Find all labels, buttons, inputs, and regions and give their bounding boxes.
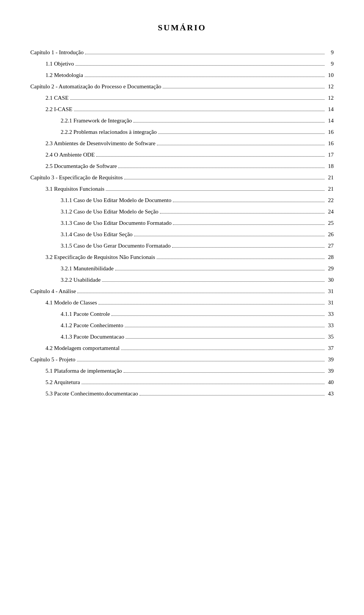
toc-page-number: 29 (326, 264, 334, 273)
toc-label: 4.2 Modelagem comportamental (46, 344, 119, 353)
toc-page-number: 9 (326, 48, 334, 57)
toc-page-number: 12 (326, 93, 334, 102)
toc-page-number: 31 (326, 298, 334, 307)
toc-entry: 2.2.1 Framework de Integração14 (30, 116, 334, 125)
toc-dots (106, 190, 325, 191)
toc-entry: 2.2.2 Problemas relacionados à integraçã… (30, 127, 334, 136)
toc-dots (158, 133, 325, 134)
toc-dots (82, 384, 325, 384)
toc-page-number: 16 (326, 139, 334, 148)
toc-label: 1.1 Objetivo (46, 59, 74, 68)
toc-dots (125, 327, 325, 327)
toc-label: 3.2.1 Manutenibilidade (61, 264, 114, 273)
toc-entry: 3.2.1 Manutenibilidade29 (30, 264, 334, 273)
toc-container: Capítulo 1 - Introdução91.1 Objetivo91.2… (30, 48, 334, 398)
toc-page-number: 31 (326, 287, 334, 296)
toc-page-number: 33 (326, 309, 334, 318)
toc-dots (173, 202, 325, 202)
toc-page-number: 35 (326, 332, 334, 341)
toc-page-number: 14 (326, 116, 334, 125)
toc-label: 5.2 Arquitetura (46, 378, 80, 387)
toc-page-number: 43 (326, 389, 334, 398)
toc-page-number: 27 (326, 241, 334, 250)
toc-label: 2.5 Documentação de Software (46, 162, 117, 171)
toc-entry: 1.1 Objetivo9 (30, 59, 334, 68)
toc-dots (160, 213, 325, 213)
toc-dots (134, 236, 325, 236)
toc-entry: 2.4 O Ambiente ODE17 (30, 150, 334, 159)
toc-dots (172, 247, 325, 248)
toc-label: 3.2.2 Usabilidade (61, 275, 100, 284)
toc-page-number: 24 (326, 207, 334, 216)
toc-dots (85, 54, 325, 54)
toc-dots (118, 168, 325, 168)
toc-page-number: 22 (326, 196, 334, 205)
toc-page-number: 28 (326, 253, 334, 262)
toc-entry: 3.2.2 Usabilidade30 (30, 275, 334, 284)
toc-entry: 4.1.1 Pacote Controle33 (30, 309, 334, 318)
toc-page-number: 18 (326, 162, 334, 171)
toc-page-number: 33 (326, 321, 334, 330)
toc-page-number: 10 (326, 71, 334, 80)
toc-label: 2.2 I-CASE (46, 105, 72, 114)
toc-page-number: 26 (326, 230, 334, 239)
toc-label: 1.2 Metodologia (46, 71, 83, 80)
toc-label: Capítulo 2 - Automatização do Processo e… (30, 82, 161, 91)
toc-page-number: 25 (326, 218, 334, 227)
toc-entry: 3.1.3 Caso de Uso Editar Documento Forma… (30, 218, 334, 227)
toc-dots (126, 338, 325, 339)
toc-label: 2.3 Ambientes de Desenvolvimento de Soft… (46, 139, 155, 148)
toc-entry: Capítulo 5 - Projeto39 (30, 355, 334, 364)
toc-page-number: 40 (326, 378, 334, 387)
toc-label: 5.3 Pacote Conhecimento.documentacao (46, 389, 138, 398)
toc-entry: 2.1 CASE12 (30, 93, 334, 102)
toc-label: 2.4 O Ambiente ODE (46, 150, 95, 159)
toc-label: Capítulo 5 - Projeto (30, 355, 75, 364)
toc-page-number: 14 (326, 105, 334, 114)
toc-entry: 2.5 Documentação de Software18 (30, 162, 334, 171)
toc-entry: 4.1 Modelo de Classes31 (30, 298, 334, 307)
toc-entry: 3.1.4 Caso de Uso Editar Seção26 (30, 230, 334, 239)
toc-dots (124, 179, 325, 179)
toc-entry: Capítulo 3 - Especificação de Requisitos… (30, 173, 334, 182)
toc-entry: 5.3 Pacote Conhecimento.documentacao43 (30, 389, 334, 398)
toc-dots (102, 281, 325, 282)
toc-entry: 1.2 Metodologia10 (30, 71, 334, 80)
toc-label: 2.2.2 Problemas relacionados à integraçã… (61, 127, 157, 136)
toc-entry: 2.2 I-CASE14 (30, 105, 334, 114)
toc-dots (121, 350, 325, 350)
toc-entry: Capítulo 2 - Automatização do Processo e… (30, 82, 334, 91)
toc-dots (77, 361, 325, 361)
toc-entry: 2.3 Ambientes de Desenvolvimento de Soft… (30, 139, 334, 148)
toc-entry: 3.1 Requisitos Funcionais21 (30, 184, 334, 193)
toc-entry: 4.2 Modelagem comportamental37 (30, 344, 334, 353)
toc-dots (140, 395, 325, 395)
toc-label: 4.1.2 Pacote Conhecimento (61, 321, 123, 330)
toc-entry: Capítulo 4 - Análise31 (30, 287, 334, 296)
toc-page-number: 12 (326, 82, 334, 91)
toc-page-number: 17 (326, 150, 334, 159)
toc-label: Capítulo 4 - Análise (30, 287, 76, 296)
toc-page-number: 39 (326, 366, 334, 375)
toc-label: 3.1.3 Caso de Uso Editar Documento Forma… (61, 218, 171, 227)
toc-label: 3.1.1 Caso de Uso Editar Modelo de Docum… (61, 196, 171, 205)
toc-label: 4.1.3 Pacote Documentacao (61, 332, 124, 341)
toc-dots (163, 88, 325, 88)
toc-dots (111, 315, 325, 316)
toc-entry: 4.1.2 Pacote Conhecimento33 (30, 321, 334, 330)
toc-dots (173, 224, 325, 225)
toc-page-number: 9 (326, 59, 334, 68)
toc-page-number: 37 (326, 344, 334, 353)
toc-label: 2.1 CASE (46, 93, 69, 102)
toc-entry: 3.1.5 Caso de Uso Gerar Documento Format… (30, 241, 334, 250)
toc-label: 3.1 Requisitos Funcionais (46, 184, 104, 193)
toc-label: 4.1 Modelo de Classes (46, 298, 97, 307)
toc-dots (124, 372, 325, 373)
toc-label: 4.1.1 Pacote Controle (61, 309, 110, 318)
toc-label: Capítulo 3 - Especificação de Requisitos (30, 173, 123, 182)
toc-label: 2.2.1 Framework de Integração (61, 116, 132, 125)
toc-label: 5.1 Plataforma de implementação (46, 366, 122, 375)
toc-label: 3.2 Especificação de Requisitos Não Func… (46, 253, 155, 262)
toc-dots (115, 270, 325, 270)
toc-dots (85, 77, 325, 77)
